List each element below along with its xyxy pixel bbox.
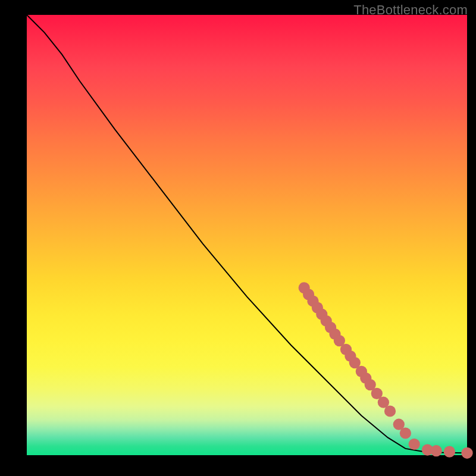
curve-svg (27, 15, 467, 455)
marker-group (299, 282, 473, 459)
chart-frame: TheBottleneck.com (0, 0, 476, 476)
data-marker (384, 405, 396, 416)
data-marker (431, 445, 442, 456)
data-marker (400, 427, 411, 439)
data-marker (409, 439, 420, 450)
bottleneck-curve (27, 15, 467, 453)
plot-area (27, 15, 467, 455)
data-marker (461, 447, 472, 459)
data-marker (444, 446, 455, 457)
